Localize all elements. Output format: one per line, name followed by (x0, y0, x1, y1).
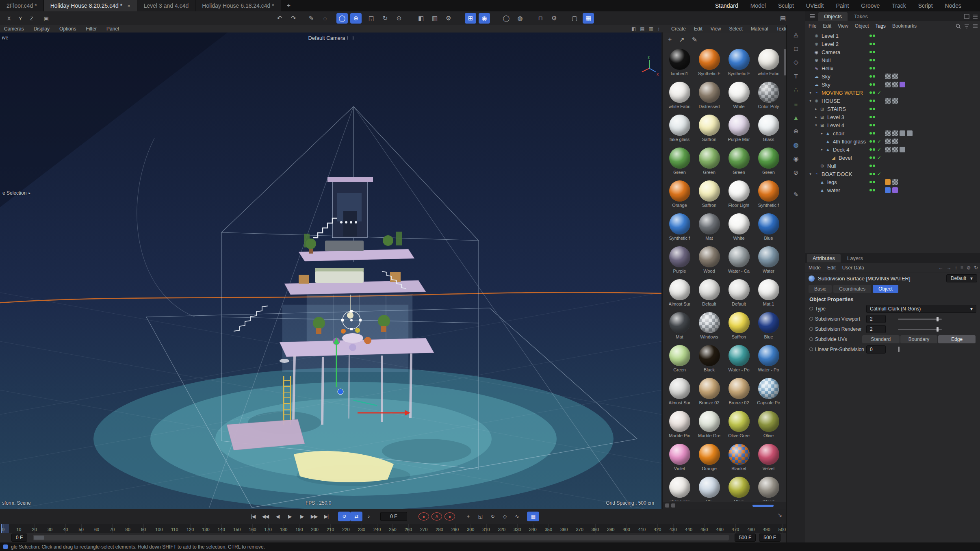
material-item[interactable]: Blanket (724, 442, 754, 475)
visibility-dots[interactable] (869, 108, 875, 110)
selection-hud-caret-icon[interactable]: ▸ (28, 191, 30, 195)
ruler-label[interactable]: 470 (732, 527, 739, 532)
live-selection-icon[interactable]: ◯ (336, 13, 348, 24)
material-item[interactable]: Synthetic F (724, 47, 754, 80)
ruler-label[interactable]: 330 (514, 527, 521, 532)
ruler-label[interactable]: 190 (295, 527, 303, 532)
camera-label[interactable]: Default Camera (308, 35, 353, 41)
undo-icon[interactable]: ↶ (274, 13, 285, 24)
document-tab[interactable]: Holiday House 6.18.24.c4d * (195, 0, 281, 11)
render-visibility-dot[interactable] (873, 116, 875, 118)
tree-row[interactable]: ▾⊞Level 4 (805, 121, 980, 129)
om-menu-bookmarks[interactable]: Bookmarks (892, 23, 917, 29)
om-menu-edit[interactable]: Edit (823, 23, 831, 29)
checker-tag-icon[interactable] (885, 82, 891, 87)
record-scale-icon[interactable]: ◱ (474, 512, 486, 521)
ruler-label[interactable]: 270 (420, 527, 427, 532)
record-keyframe-icon[interactable]: ● (418, 512, 429, 521)
material-menu-view[interactable]: View (711, 26, 721, 32)
section-tab-coordinates[interactable]: Coordinates (833, 285, 871, 293)
visibility-dots[interactable] (869, 83, 875, 86)
tree-row[interactable]: ▾▲Deck 4✓ (805, 145, 980, 154)
section-tab-object[interactable]: Object (873, 285, 898, 293)
ruler-label[interactable]: 60 (94, 527, 99, 532)
ruler-label[interactable]: 320 (498, 527, 505, 532)
material-item[interactable]: Synthetic f (754, 179, 783, 212)
ruler-label[interactable]: 200 (311, 527, 319, 532)
ruler-label[interactable]: 130 (202, 527, 209, 532)
material-item[interactable]: lambert1 (665, 47, 694, 80)
enabled-check-icon[interactable]: ✓ (877, 147, 881, 152)
ruler-label[interactable]: 350 (545, 527, 552, 532)
loop-playback-icon[interactable]: ↺ (338, 512, 350, 521)
material-item[interactable]: fake glass (665, 113, 694, 146)
material-item[interactable]: Marble Pin (665, 409, 694, 442)
viewport-canvas[interactable]: z x ive Default Camera e Selection ▸ sfo… (0, 33, 661, 509)
subdivide-uvs-edge-button[interactable]: Edge (938, 335, 976, 343)
visibility-dots[interactable] (869, 35, 875, 37)
enable-axis-mode-icon[interactable]: ⊕ (790, 126, 802, 137)
prev-key-icon[interactable]: ◀◀ (259, 512, 271, 521)
ruler-label[interactable]: 450 (700, 527, 708, 532)
model-mode-icon[interactable]: □ (790, 43, 802, 54)
material-bottom-icon-1[interactable] (665, 503, 669, 508)
tree-row[interactable]: ∿Helix (805, 64, 980, 72)
enabled-check-icon[interactable]: ✓ (877, 155, 881, 161)
subdivision-renderer-slider[interactable] (898, 329, 942, 330)
material-item[interactable]: Color-Poly (754, 80, 783, 113)
modeling-settings-icon[interactable]: ⚙ (549, 13, 560, 24)
layout-tab-standard[interactable]: Standard (715, 2, 738, 9)
editor-visibility-dot[interactable] (869, 189, 872, 191)
ruler-label[interactable]: 490 (763, 527, 770, 532)
material-item[interactable]: Orange (665, 179, 694, 212)
polygons-mode-icon[interactable]: ▲ (790, 112, 802, 123)
playback-settings-icon[interactable]: ▦ (527, 512, 539, 521)
checker-tag-icon[interactable] (892, 74, 898, 79)
visibility-dots[interactable] (869, 75, 875, 78)
tree-caret-icon[interactable]: ▸ (813, 115, 819, 119)
add-material-icon[interactable]: + (668, 36, 672, 43)
checker-tag-icon[interactable] (885, 98, 891, 104)
visibility-dots[interactable] (869, 43, 875, 45)
material-item[interactable]: Water - Po (754, 343, 783, 376)
visibility-dots[interactable] (869, 51, 875, 53)
material-menu-create[interactable]: Create (671, 26, 686, 32)
anim-dot-icon[interactable] (809, 317, 813, 321)
editor-visibility-dot[interactable] (869, 181, 872, 183)
ruler-label[interactable]: 180 (280, 527, 287, 532)
ruler-label[interactable]: 160 (249, 527, 256, 532)
viewport-menu-options[interactable]: Options (59, 26, 76, 32)
enabled-check-icon[interactable]: ✓ (877, 139, 881, 144)
checker-tag-icon[interactable] (892, 179, 898, 185)
scale-tool-icon[interactable]: ◱ (366, 13, 377, 24)
mat-list-icon[interactable]: ▤ (640, 26, 644, 32)
material-item[interactable]: Mat (694, 212, 724, 245)
object-mode-icon[interactable]: ◇ (790, 57, 802, 67)
goto-end-icon[interactable]: ▶| (320, 512, 332, 521)
editor-visibility-dot[interactable] (869, 91, 872, 94)
autokeying-icon[interactable]: A (431, 512, 442, 521)
tree-row[interactable]: ▸⊞Level 3 (805, 113, 980, 121)
subdivision-viewport-field[interactable]: 2 (866, 315, 886, 323)
material-item[interactable]: Green (665, 343, 694, 376)
material-item[interactable]: Blue (754, 212, 783, 245)
om-menu-file[interactable]: File (809, 23, 816, 29)
editor-visibility-dot[interactable] (869, 108, 872, 110)
upload-material-icon[interactable]: ↗ (679, 36, 684, 43)
editor-visibility-dot[interactable] (869, 75, 872, 78)
tree-row[interactable]: ◢Bevel✓ (805, 154, 980, 162)
anim-dot-icon[interactable] (809, 337, 813, 341)
ruler-label[interactable]: 460 (716, 527, 723, 532)
tree-row[interactable]: ▸▲chair (805, 129, 980, 137)
ruler-label[interactable]: 430 (669, 527, 676, 532)
tree-row[interactable]: ▾◔MOVING WATER✓ (805, 89, 980, 97)
panel-burger-icon[interactable] (809, 14, 815, 19)
material-item[interactable]: Purple Mar (724, 113, 754, 146)
editor-visibility-dot[interactable] (869, 59, 872, 61)
tree-row[interactable]: ▲water (805, 186, 980, 194)
material-item[interactable]: Synthetic f (665, 212, 694, 245)
attr-menu-edit[interactable]: Edit (827, 265, 836, 271)
document-tab[interactable]: Holiday House 8.20.25.c4d *× (44, 0, 137, 11)
ruler-label[interactable]: 140 (218, 527, 225, 532)
play-icon[interactable]: ▶ (284, 512, 296, 521)
